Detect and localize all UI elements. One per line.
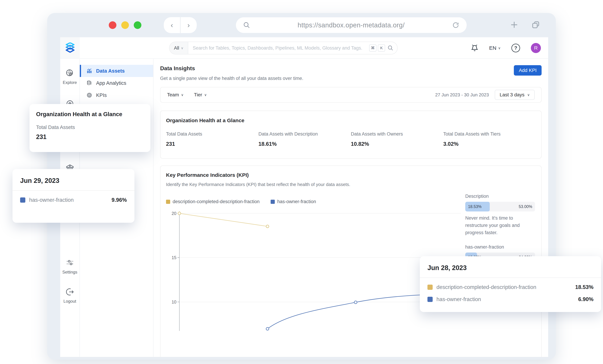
series-value: 18.53% bbox=[575, 284, 593, 290]
add-kpi-button[interactable]: Add KPI bbox=[514, 65, 542, 76]
org-health-card: Organization Health at a Glance Total Da… bbox=[160, 110, 542, 159]
sidenav-item-kpis[interactable]: KPIs bbox=[80, 89, 153, 101]
tooltip-date: Jun 28, 2023 bbox=[420, 256, 601, 277]
gauge-icon bbox=[86, 92, 92, 98]
back-button[interactable]: ‹ bbox=[164, 17, 180, 33]
page-subtitle: Get a single pane view of the health of … bbox=[160, 76, 303, 81]
stat-total-data-assets: Total Data Assets 231 bbox=[166, 131, 258, 147]
team-filter-dropdown[interactable]: Team ∨ bbox=[167, 92, 184, 98]
kpi-panel-heading: Description bbox=[465, 194, 535, 199]
rail-label-settings: Settings bbox=[62, 270, 77, 275]
url-bar[interactable]: https://sandbox.open-metadata.org/ bbox=[236, 17, 467, 33]
jun29-tooltip-card: Jun 29, 2023 has-owner-fraction 9.96% bbox=[12, 169, 134, 223]
sidebar-item-explore[interactable]: Q Explore bbox=[60, 69, 80, 85]
blue-point-jun28[interactable] bbox=[266, 327, 269, 330]
legend-item-has-owner[interactable]: has-owner-fraction bbox=[271, 199, 316, 204]
series-name: has-owner-fraction bbox=[436, 296, 481, 302]
minimize-window-button[interactable] bbox=[121, 21, 129, 29]
new-tab-icon[interactable] bbox=[510, 20, 519, 29]
kpi-panel-note: Never mind. It's time to restructure you… bbox=[465, 215, 535, 236]
tooltip-label: Total Data Assets bbox=[36, 124, 144, 130]
org-health-tooltip-card: Organization Health at a Glance Total Da… bbox=[30, 104, 151, 152]
url-text[interactable]: https://sandbox.open-metadata.org/ bbox=[250, 22, 452, 29]
tier-filter-dropdown[interactable]: Tier ∨ bbox=[194, 92, 207, 98]
svg-text:Q: Q bbox=[70, 73, 72, 75]
chevron-down-icon: ∨ bbox=[527, 93, 530, 97]
tooltip-row: has-owner-fraction 6.90% bbox=[428, 296, 593, 302]
org-health-title: Organization Health at a Glance bbox=[166, 118, 536, 123]
forward-button[interactable]: › bbox=[181, 17, 197, 33]
notifications-bell-icon[interactable] bbox=[471, 44, 478, 52]
stat-value: 10.82% bbox=[351, 141, 443, 147]
chevron-down-icon: ∨ bbox=[181, 46, 184, 50]
app-logo[interactable] bbox=[60, 37, 80, 58]
browser-nav: ‹ › bbox=[164, 17, 197, 33]
gold-point-jun28[interactable] bbox=[266, 225, 269, 228]
sidenav-item-app-analytics[interactable]: App Analytics bbox=[80, 77, 153, 89]
search-icon[interactable] bbox=[388, 45, 394, 51]
openmetadata-logo-icon bbox=[65, 43, 75, 53]
sidenav-label: KPIs bbox=[96, 92, 107, 98]
sidenav-label: App Analytics bbox=[96, 80, 126, 86]
search-scope-dropdown[interactable]: All ∨ bbox=[170, 42, 188, 54]
kpi-title: Key Performance Indicators (KPI) bbox=[166, 172, 536, 178]
tier-filter-label: Tier bbox=[194, 92, 202, 98]
blue-point-jun29[interactable] bbox=[354, 301, 357, 304]
stat-value: 18.61% bbox=[258, 141, 351, 147]
sidebar-item-settings[interactable]: Settings bbox=[60, 258, 80, 275]
k-key-badge: K bbox=[378, 44, 385, 52]
page-title: Data Insights bbox=[160, 65, 303, 72]
stat-assets-with-description: Data Assets with Description 18.61% bbox=[258, 131, 351, 147]
legend-swatch-gold bbox=[166, 200, 170, 204]
rail-label-logout: Logout bbox=[63, 299, 76, 304]
tab-overview-icon[interactable] bbox=[531, 20, 540, 29]
y-tick-10: 10 bbox=[167, 299, 176, 305]
language-label: EN bbox=[489, 45, 497, 51]
app-header: All ∨ Search for Tables, Topics, Dashboa… bbox=[60, 37, 548, 59]
series-value: 6.90% bbox=[578, 296, 593, 302]
kpi-panel-heading: has-owner-fraction bbox=[465, 244, 535, 250]
period-label: Last 3 days bbox=[500, 92, 524, 98]
browser-titlebar: ‹ › https://sandbox.open-metadata.org/ bbox=[47, 13, 556, 37]
tooltip-row: description-completed-description-fracti… bbox=[428, 284, 593, 290]
zoom-window-button[interactable] bbox=[134, 21, 141, 29]
team-filter-label: Team bbox=[167, 92, 179, 98]
legend-label: has-owner-fraction bbox=[277, 199, 316, 204]
sidebar-item-logout[interactable]: Logout bbox=[60, 287, 80, 304]
series-name: description-completed-description-fracti… bbox=[436, 284, 536, 290]
logout-icon bbox=[65, 287, 74, 296]
stat-label: Total Data Assets with Tiers bbox=[443, 131, 536, 137]
gold-point-jun27[interactable] bbox=[178, 212, 181, 215]
legend-item-description[interactable]: description-completed-description-fracti… bbox=[166, 199, 259, 204]
jun28-tooltip-card: Jun 28, 2023 description-completed-descr… bbox=[420, 256, 601, 312]
stat-assets-with-tiers: Total Data Assets with Tiers 3.02% bbox=[443, 131, 536, 147]
date-range-label: 27 Jun 2023 - 30 Jun 2023 bbox=[435, 92, 489, 98]
kpi-subtitle: Identify the Key Performance Indicators … bbox=[166, 182, 536, 187]
progress-fill: 18.53% bbox=[465, 202, 490, 211]
y-tick-20: 20 bbox=[167, 211, 176, 216]
tooltip-title: Organization Health at a Glance bbox=[36, 111, 144, 118]
sidenav-item-data-assets[interactable]: Data Assets bbox=[80, 65, 153, 77]
search-input[interactable]: Search for Tables, Topics, Dashboards, P… bbox=[188, 45, 368, 51]
help-button[interactable]: ? bbox=[511, 44, 520, 52]
period-selector[interactable]: Last 3 days ∨ bbox=[495, 90, 535, 100]
series-swatch-gold bbox=[428, 285, 433, 290]
series-swatch-blue bbox=[428, 297, 433, 302]
close-window-button[interactable] bbox=[109, 21, 116, 29]
language-selector[interactable]: EN ∨ bbox=[489, 45, 501, 51]
chart-icon bbox=[86, 68, 92, 74]
stat-value: 231 bbox=[166, 141, 258, 147]
legend-label: description-completed-description-fracti… bbox=[173, 199, 259, 204]
stat-label: Total Data Assets bbox=[166, 131, 258, 137]
series-name: has-owner-fraction bbox=[29, 197, 74, 203]
traffic-lights bbox=[109, 21, 141, 29]
reload-icon[interactable] bbox=[452, 22, 459, 29]
kpi-panel-section-description: Description 18.53% 53.00% Never mind. It… bbox=[465, 194, 535, 236]
cmd-key-badge: ⌘ bbox=[369, 44, 376, 52]
stat-label: Data Assets with Description bbox=[258, 131, 351, 137]
global-search[interactable]: All ∨ Search for Tables, Topics, Dashboa… bbox=[169, 42, 398, 55]
user-avatar[interactable]: R bbox=[531, 43, 541, 53]
explore-globe-icon: Q bbox=[65, 69, 74, 78]
chevron-down-icon: ∨ bbox=[498, 46, 501, 50]
database-icon bbox=[86, 80, 92, 86]
